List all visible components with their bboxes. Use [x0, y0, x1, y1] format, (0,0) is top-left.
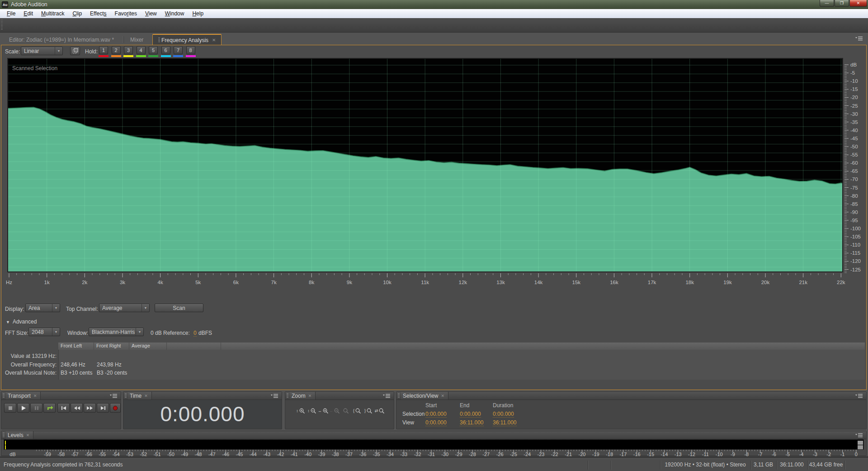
- selection-view-panel-tab[interactable]: Selection/View ✕: [401, 392, 448, 400]
- zoom-in-vertical-button[interactable]: ↕: [295, 406, 307, 415]
- rewind-button[interactable]: [71, 403, 83, 413]
- levels-panel-header[interactable]: Levels ✕: [1, 431, 866, 439]
- column-header-Front Right[interactable]: Front Right: [94, 343, 129, 350]
- tab-frequency-analysis[interactable]: Frequency Analysis ✕: [152, 34, 222, 45]
- db-tick-label: -95: [850, 218, 858, 223]
- top-channel-dropdown[interactable]: Average ▼: [99, 304, 150, 312]
- scan-button[interactable]: Scan: [155, 304, 203, 312]
- toolbar-grip[interactable]: [1, 20, 3, 31]
- panel-grip[interactable]: [125, 393, 127, 399]
- minimize-button[interactable]: —: [820, 0, 834, 7]
- db-tick-label: -80: [850, 193, 858, 199]
- window-dropdown[interactable]: Blackmann-Harris ▼: [89, 328, 144, 336]
- panel-grip[interactable]: [287, 393, 288, 399]
- copy-graph-button[interactable]: [70, 47, 80, 55]
- play-button[interactable]: [17, 403, 29, 413]
- panel-menu-icon[interactable]: [383, 394, 390, 399]
- hold-button-2[interactable]: 2: [112, 46, 121, 54]
- panel-menu-icon[interactable]: [110, 394, 117, 399]
- table-body-background: [58, 350, 865, 380]
- menu-window[interactable]: Window: [161, 10, 189, 18]
- loop-playback-button[interactable]: [43, 403, 56, 413]
- menu-view[interactable]: View: [141, 10, 161, 18]
- selection-duration-value[interactable]: 0:00.000: [493, 411, 514, 418]
- zoom-panel-tab[interactable]: Zoom ✕: [290, 392, 316, 400]
- column-header-Front Left[interactable]: Front Left: [58, 343, 94, 350]
- view-end-value[interactable]: 36:11.000: [460, 419, 484, 426]
- go-to-end-button[interactable]: [97, 403, 109, 413]
- panel-grip[interactable]: [3, 433, 5, 438]
- transport-panel-tab[interactable]: Transport ✕: [6, 392, 41, 400]
- close-tab-icon[interactable]: ✕: [212, 38, 216, 43]
- db-tick-label: -5: [850, 70, 855, 76]
- reference-value[interactable]: 0: [193, 330, 197, 337]
- selection-start-value[interactable]: 0:00.000: [425, 411, 447, 418]
- hold-button-1[interactable]: 1: [99, 46, 108, 54]
- close-icon[interactable]: ✕: [441, 394, 445, 398]
- zoom-out-vertical-button[interactable]: ↕: [307, 406, 318, 415]
- clip-indicator-right[interactable]: [858, 445, 863, 449]
- close-icon[interactable]: ✕: [308, 394, 312, 398]
- zoom-to-selection-button[interactable]: ⇄: [374, 406, 386, 415]
- menu-multitrack[interactable]: Multitrack: [37, 10, 68, 18]
- freq-tick-label: 1k: [44, 280, 50, 285]
- close-button[interactable]: ✕: [849, 0, 867, 7]
- zoom-in-horizontal-button[interactable]: ↔: [318, 406, 329, 415]
- close-icon[interactable]: ✕: [144, 394, 148, 398]
- stop-button[interactable]: [4, 403, 16, 413]
- panel-menu-icon[interactable]: [855, 433, 863, 438]
- time-panel-tab[interactable]: Time ✕: [128, 392, 152, 400]
- go-to-start-button[interactable]: [57, 403, 70, 413]
- hold-button-7[interactable]: 7: [174, 46, 183, 54]
- hold-button-8[interactable]: 8: [186, 46, 195, 54]
- menu-help[interactable]: Help: [188, 10, 208, 18]
- zoom-out-horizontal-button[interactable]: ↔: [329, 406, 340, 415]
- menu-edit[interactable]: Edit: [19, 10, 37, 18]
- hold-button-6[interactable]: 6: [161, 46, 170, 54]
- frequency-analysis-chart[interactable]: Scanned SelectiondB-5-10-15-20-25-30-35-…: [6, 57, 867, 288]
- record-button[interactable]: [110, 403, 121, 413]
- time-panel-header[interactable]: Time ✕: [123, 392, 282, 400]
- selection-view-panel-header[interactable]: Selection/View ✕: [396, 392, 866, 400]
- panel-grip[interactable]: [3, 393, 5, 399]
- view-duration-value[interactable]: 36:11.000: [493, 419, 517, 426]
- zoom-in-right-edge-button[interactable]: }: [363, 406, 374, 415]
- fft-size-dropdown[interactable]: 2048 ▼: [28, 328, 60, 336]
- zoom-reset-button[interactable]: [340, 406, 352, 415]
- menu-clip[interactable]: Clip: [68, 10, 86, 18]
- hold-button-3[interactable]: 3: [124, 46, 133, 54]
- menu-favorites[interactable]: Favorites: [111, 10, 141, 18]
- panel-grip[interactable]: [398, 393, 400, 399]
- transport-panel-header[interactable]: Transport ✕: [1, 392, 121, 400]
- restore-button[interactable]: ❐: [835, 0, 849, 7]
- view-start-value[interactable]: 0:00.000: [425, 419, 447, 426]
- advanced-toggle[interactable]: ▼ Advanced: [6, 319, 37, 325]
- pause-button[interactable]: [30, 403, 42, 413]
- menu-effects[interactable]: Effects: [86, 10, 110, 18]
- hold-button-4[interactable]: 4: [137, 46, 146, 54]
- column-header-empty[interactable]: [167, 343, 221, 350]
- selection-end-value[interactable]: 0:00.000: [460, 411, 481, 418]
- level-meter[interactable]: [4, 439, 864, 450]
- levels-panel-tab[interactable]: Levels ✕: [6, 431, 33, 439]
- menu-file[interactable]: File: [3, 10, 19, 18]
- tab-editor[interactable]: Editor: Zodiac (=1989=) In Memoriam.wav …: [4, 34, 119, 45]
- fast-forward-button[interactable]: [84, 403, 96, 413]
- panel-menu-icon[interactable]: [855, 394, 863, 399]
- scale-dropdown[interactable]: Linear ▼: [21, 47, 63, 55]
- zoom-in-left-edge-button[interactable]: {: [352, 406, 363, 415]
- column-header-Average[interactable]: Average: [129, 343, 167, 350]
- hold-button-5[interactable]: 5: [149, 46, 158, 54]
- tab-mixer[interactable]: Mixer: [125, 34, 149, 45]
- table-cell-value: B3 +10 cents: [61, 370, 92, 376]
- display-dropdown[interactable]: Area ▼: [25, 304, 60, 312]
- panel-menu-icon[interactable]: [271, 394, 278, 399]
- hold-color-swatch-6: [161, 55, 171, 57]
- freq-tick-label: 8k: [309, 280, 314, 285]
- close-icon[interactable]: ✕: [26, 433, 30, 438]
- tab-bar-menu-icon[interactable]: [855, 36, 863, 41]
- close-icon[interactable]: ✕: [33, 394, 37, 398]
- time-display[interactable]: 0:00.000: [123, 402, 282, 426]
- zoom-panel-header[interactable]: Zoom ✕: [285, 392, 394, 400]
- clip-indicator-left[interactable]: [858, 441, 863, 445]
